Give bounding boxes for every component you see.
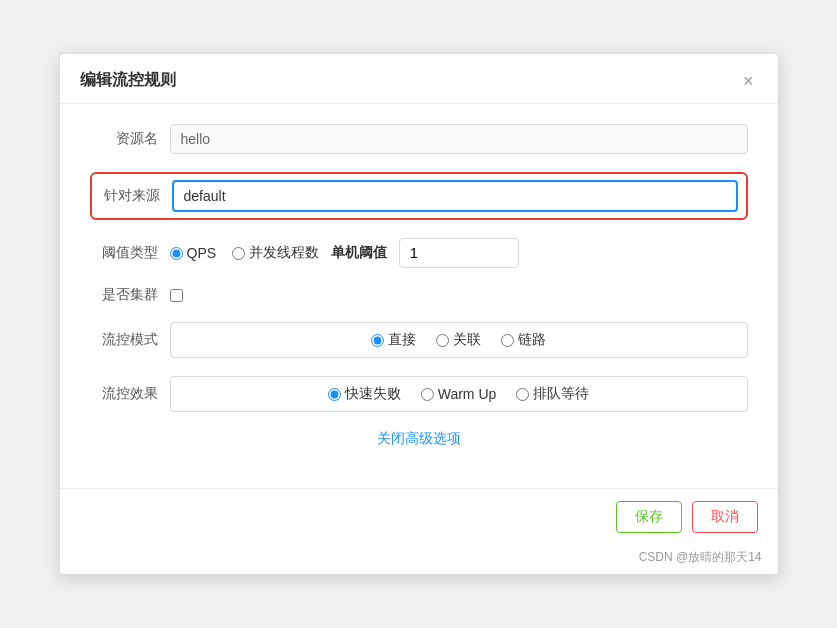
- threshold-type-controls: QPS 并发线程数 单机阈值: [170, 238, 748, 268]
- advanced-link[interactable]: 关闭高级选项: [377, 430, 461, 446]
- qps-radio[interactable]: [170, 247, 183, 260]
- source-row: 针对来源: [92, 180, 746, 212]
- cluster-row: 是否集群: [90, 286, 748, 304]
- cluster-checkbox-label[interactable]: [170, 289, 748, 302]
- queue-label: 排队等待: [533, 385, 589, 403]
- dialog-body: 资源名 针对来源 阈值类型 QPS: [60, 104, 778, 488]
- cluster-checkbox[interactable]: [170, 289, 183, 302]
- related-radio-label[interactable]: 关联: [436, 331, 481, 349]
- cluster-label: 是否集群: [90, 286, 170, 304]
- warmup-radio[interactable]: [421, 388, 434, 401]
- concurrent-radio[interactable]: [232, 247, 245, 260]
- source-label: 针对来源: [92, 187, 172, 205]
- fast-fail-radio[interactable]: [328, 388, 341, 401]
- watermark: CSDN @放晴的那天14: [60, 545, 778, 574]
- resource-row: 资源名: [90, 124, 748, 154]
- direct-radio-label[interactable]: 直接: [371, 331, 416, 349]
- threshold-type-label: 阈值类型: [90, 244, 170, 262]
- warmup-label: Warm Up: [438, 386, 497, 402]
- direct-label: 直接: [388, 331, 416, 349]
- single-threshold-input[interactable]: [399, 238, 519, 268]
- chain-radio-label[interactable]: 链路: [501, 331, 546, 349]
- source-highlighted-wrapper: 针对来源: [90, 172, 748, 220]
- warmup-radio-label[interactable]: Warm Up: [421, 386, 497, 402]
- mode-box: 直接 关联 链路: [170, 322, 748, 358]
- qps-radio-label[interactable]: QPS: [170, 245, 217, 261]
- threshold-type-row: 阈值类型 QPS 并发线程数 单机阈值: [90, 238, 748, 268]
- direct-radio[interactable]: [371, 334, 384, 347]
- fast-fail-label: 快速失败: [345, 385, 401, 403]
- concurrent-radio-label[interactable]: 并发线程数: [232, 244, 319, 262]
- dialog-footer: 保存 取消: [60, 488, 778, 545]
- chain-radio[interactable]: [501, 334, 514, 347]
- queue-radio[interactable]: [516, 388, 529, 401]
- queue-radio-label[interactable]: 排队等待: [516, 385, 589, 403]
- cancel-button[interactable]: 取消: [692, 501, 758, 533]
- advanced-link-wrapper: 关闭高级选项: [90, 430, 748, 448]
- resource-input[interactable]: [170, 124, 748, 154]
- effect-row: 流控效果 快速失败 Warm Up 排队等待: [90, 376, 748, 412]
- save-button[interactable]: 保存: [616, 501, 682, 533]
- mode-box-wrapper: 直接 关联 链路: [170, 322, 748, 358]
- single-threshold-label: 单机阈值: [331, 244, 387, 262]
- qps-label: QPS: [187, 245, 217, 261]
- close-button[interactable]: ×: [739, 72, 758, 90]
- effect-box: 快速失败 Warm Up 排队等待: [170, 376, 748, 412]
- cluster-checkbox-wrapper: [170, 289, 748, 302]
- mode-label: 流控模式: [90, 331, 170, 349]
- resource-label: 资源名: [90, 130, 170, 148]
- threshold-type-radio-group: QPS 并发线程数: [170, 244, 320, 262]
- dialog: 编辑流控规则 × 资源名 针对来源 阈值类型: [59, 53, 779, 575]
- concurrent-label: 并发线程数: [249, 244, 319, 262]
- resource-field-wrapper: [170, 124, 748, 154]
- related-label: 关联: [453, 331, 481, 349]
- dialog-header: 编辑流控规则 ×: [60, 54, 778, 104]
- dialog-title: 编辑流控规则: [80, 70, 176, 91]
- chain-label: 链路: [518, 331, 546, 349]
- effect-box-wrapper: 快速失败 Warm Up 排队等待: [170, 376, 748, 412]
- source-input[interactable]: [172, 180, 738, 212]
- related-radio[interactable]: [436, 334, 449, 347]
- source-field-wrapper: [172, 180, 738, 212]
- effect-label: 流控效果: [90, 385, 170, 403]
- fast-fail-radio-label[interactable]: 快速失败: [328, 385, 401, 403]
- mode-row: 流控模式 直接 关联 链路: [90, 322, 748, 358]
